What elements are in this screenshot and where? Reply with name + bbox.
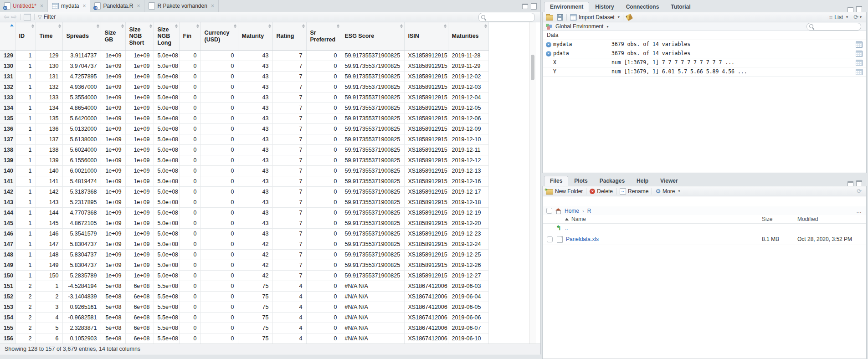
select-all-checkbox[interactable] (546, 208, 552, 214)
close-icon[interactable]: × (82, 3, 86, 9)
tab-viewer[interactable]: Viewer (654, 176, 683, 186)
tab-connections[interactable]: Connections (620, 2, 665, 12)
table-cell: 5.0e+08 (154, 166, 179, 176)
breadcrumb-home-link[interactable]: Home (565, 208, 579, 214)
import-dataset-button[interactable]: Import Dataset ▾ (570, 14, 620, 21)
column-header-modified[interactable]: Modified (797, 216, 818, 222)
column-header-maturity[interactable]: Maturity (238, 22, 272, 51)
sort-toggle-icon[interactable] (268, 24, 271, 28)
sort-toggle-icon[interactable] (444, 24, 447, 28)
view-in-grid-icon[interactable] (856, 69, 863, 75)
sort-ascending-icon[interactable] (10, 24, 14, 26)
sort-toggle-icon[interactable] (58, 24, 61, 28)
vertical-scrollbar[interactable] (529, 22, 536, 344)
column-header-size-ngb-short[interactable]: Size NGB Short (125, 22, 154, 51)
tab-r-pakete-vorhanden[interactable]: R Pakete vorhanden × (144, 0, 218, 12)
file-name-link[interactable]: .. (565, 223, 568, 234)
column-header-maturities[interactable]: Maturities (448, 22, 488, 51)
tab-untitled1[interactable]: Untitled1* × (0, 0, 48, 12)
sort-toggle-icon[interactable] (400, 24, 403, 28)
sort-toggle-icon[interactable] (31, 24, 34, 28)
environment-object-mydata[interactable]: ▸mydata3679 obs. of 14 variables (543, 40, 866, 49)
column-header-size-gb[interactable]: Size GB (101, 22, 125, 51)
table-search-input[interactable] (488, 14, 533, 21)
tab-environment[interactable]: Environment (544, 2, 589, 12)
minimize-pane-icon[interactable] (522, 4, 528, 9)
file-name-link[interactable]: Paneldata.xls (566, 234, 599, 245)
sort-toggle-icon[interactable] (149, 24, 152, 28)
column-header-name[interactable]: Name (571, 216, 586, 222)
more-button[interactable]: ⚙ More ▾ (655, 188, 680, 195)
refresh-button[interactable]: ⟳ ▾ (853, 14, 862, 21)
list-view-button[interactable]: ≡ List ▾ (829, 14, 848, 21)
breadcrumb-r-link[interactable]: R (587, 208, 591, 214)
sort-toggle-icon[interactable] (121, 24, 124, 28)
table-cell: 0 (200, 124, 238, 134)
tab-plots[interactable]: Plots (568, 176, 593, 186)
environment-object-pdata[interactable]: ▸pdata3679 obs. of 14 variables (543, 49, 866, 58)
column-header-fin[interactable]: Fin (179, 22, 200, 51)
filter-button[interactable]: ▽ Filter (38, 14, 56, 20)
refresh-button[interactable]: ⟳ (857, 188, 862, 195)
view-in-grid-icon[interactable] (856, 60, 863, 66)
column-header-size-ngb-long[interactable]: Size NGB Long (154, 22, 179, 51)
minimize-pane-icon[interactable] (847, 7, 853, 12)
table-cell: 5.3554000 (62, 92, 101, 103)
column-header-esg-score[interactable]: ESG Score (341, 22, 404, 51)
column-header-size[interactable]: Size (762, 216, 772, 222)
load-workspace-icon[interactable] (546, 15, 553, 21)
view-in-grid-icon[interactable] (856, 41, 863, 48)
table-cell: 3 (36, 302, 62, 313)
view-in-grid-icon[interactable] (856, 51, 863, 57)
rename-button[interactable]: Rename (620, 188, 648, 195)
rename-label: Rename (628, 188, 648, 195)
tab-history[interactable]: History (589, 2, 620, 12)
table-cell: 5.6420000 (62, 113, 101, 124)
file-checkbox[interactable] (547, 236, 553, 242)
column-header-id[interactable]: ID (15, 22, 36, 51)
close-icon[interactable]: × (137, 3, 140, 9)
tab-mydata[interactable]: mydata × (48, 0, 90, 12)
table-cell: 1e+09 (125, 260, 154, 271)
column-header-spreads[interactable]: Spreads (62, 22, 101, 51)
delete-button[interactable]: × Delete (590, 188, 613, 195)
sort-toggle-icon[interactable] (234, 24, 236, 28)
table-cell: 5.0e+08 (154, 113, 179, 124)
expand-object-icon[interactable]: ▸ (546, 51, 551, 56)
tab-paneldata-r[interactable]: Paneldata.R × (90, 0, 144, 12)
expand-object-icon[interactable]: ▸ (546, 42, 551, 47)
save-workspace-icon[interactable] (557, 14, 563, 21)
open-in-new-window-icon[interactable] (24, 14, 31, 21)
sort-toggle-icon[interactable] (337, 24, 339, 28)
column-header-isin[interactable]: ISIN (404, 22, 448, 51)
tab-tutorial[interactable]: Tutorial (665, 2, 696, 12)
back-arrow-icon[interactable]: ⇦ (4, 12, 10, 21)
column-header-rating[interactable]: Rating (272, 22, 306, 51)
environment-object-y[interactable]: Ynum [1:3679, 1] 6.01 5.7 5.66 5.89 4.56… (543, 67, 866, 77)
environment-scope-button[interactable]: Global Environment ▾ (555, 23, 608, 30)
column-header-currency-usd-[interactable]: Currency (USD) (200, 22, 238, 51)
sort-toggle-icon[interactable] (302, 24, 305, 28)
sort-toggle-icon[interactable] (97, 24, 99, 28)
more-path-button[interactable]: … (856, 208, 862, 214)
tab-packages[interactable]: Packages (594, 176, 631, 186)
scrollbar-thumb[interactable] (531, 55, 534, 80)
clear-objects-icon[interactable] (626, 13, 633, 21)
tab-help[interactable]: Help (631, 176, 654, 186)
forward-arrow-icon[interactable]: ⇨ (11, 12, 17, 21)
tab-files[interactable]: Files (544, 176, 568, 186)
column-header-time[interactable]: Time (36, 22, 62, 51)
sort-toggle-icon[interactable] (196, 24, 199, 28)
maximize-pane-icon[interactable] (531, 3, 537, 10)
table-cell: 2019-12-17 (448, 187, 488, 197)
sort-toggle-icon[interactable] (175, 24, 178, 28)
close-icon[interactable]: × (40, 3, 43, 9)
environment-search-input[interactable] (816, 23, 859, 30)
environment-object-x[interactable]: Xnum [1:3679, 1] 7 7 7 7 7 7 7 7 7 7 ... (543, 58, 866, 67)
sort-toggle-icon[interactable] (484, 24, 487, 28)
close-icon[interactable]: × (211, 3, 214, 9)
new-folder-button[interactable]: New Folder (546, 188, 583, 195)
column-header-sr-preferred[interactable]: Sr Preferred (306, 22, 341, 51)
r-script-icon (94, 2, 101, 10)
column-header-rownum[interactable] (0, 22, 15, 51)
